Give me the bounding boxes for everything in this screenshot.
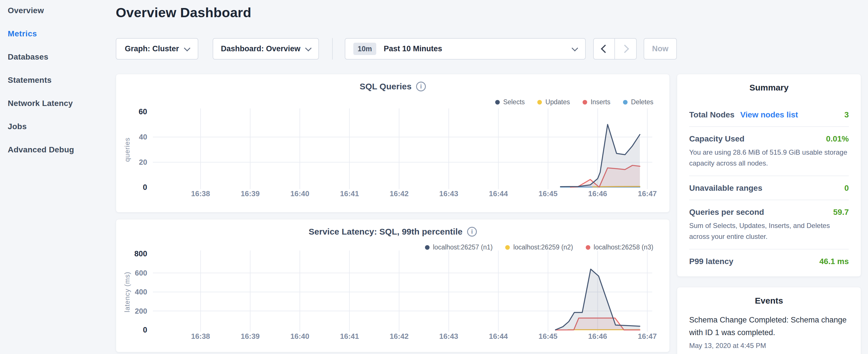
svg-text:16:38: 16:38 [191,190,210,198]
svg-text:16:44: 16:44 [489,332,508,340]
capacity-used-label: Capacity Used [689,134,744,143]
unavailable-ranges-label: Unavailable ranges [689,184,762,193]
summary-section-total-nodes: Total Nodes View nodes list 3 [689,103,849,127]
svg-text:0: 0 [143,183,147,192]
sidebar-item-jobs[interactable]: Jobs [8,122,111,131]
svg-text:16:42: 16:42 [390,332,409,340]
svg-text:40: 40 [139,133,147,141]
time-range-label: Past 10 Minutes [384,44,442,53]
summary-section-unavailable: Unavailable ranges 0 [689,176,849,200]
toolbar: Graph: Cluster Dashboard: Overview 10m P… [116,38,677,60]
dashboard-dropdown[interactable]: Dashboard: Overview [213,38,319,60]
qps-label: Queries per second [689,207,764,217]
svg-text:16:40: 16:40 [290,332,309,340]
service-latency-plot[interactable]: 16:3816:3916:4016:4116:4216:4316:4416:45… [116,219,670,352]
svg-text:16:41: 16:41 [340,332,359,340]
svg-text:60: 60 [139,107,147,116]
svg-text:queries: queries [123,137,131,162]
p99-latency-label: P99 latency [689,257,733,266]
svg-text:0: 0 [143,326,147,334]
time-back-button[interactable] [593,38,615,60]
summary-section-capacity: Capacity Used 0.01% You are using 28.6 M… [689,127,849,176]
page-title: Overview Dashboard [116,5,251,20]
sql-queries-plot[interactable]: 16:3816:3916:4016:4116:4216:4316:4416:45… [116,74,670,212]
toolbar-divider [332,38,333,60]
sidebar-item-advanced-debug[interactable]: Advanced Debug [8,145,111,155]
svg-text:16:43: 16:43 [439,190,458,198]
svg-text:16:40: 16:40 [290,190,309,198]
svg-text:16:43: 16:43 [439,332,458,340]
chevron-down-icon [572,45,578,51]
events-title: Events [677,296,861,305]
view-nodes-list-link[interactable]: View nodes list [740,110,798,120]
svg-text:16:46: 16:46 [588,190,607,198]
events-panel: Events Schema Change Completed: Schema c… [677,287,861,354]
sidebar-item-statements[interactable]: Statements [8,75,111,85]
summary-body: Total Nodes View nodes list 3 Capacity U… [677,103,861,273]
total-nodes-label: Total Nodes [689,110,735,120]
time-range-badge: 10m [353,43,376,55]
svg-text:20: 20 [139,158,147,166]
svg-text:16:44: 16:44 [489,190,508,198]
event-timestamp: May 13, 2020 at 4:45 PM [689,342,849,350]
svg-text:16:47: 16:47 [638,332,657,340]
sidebar-nav: Overview Metrics Databases Statements Ne… [8,6,111,168]
svg-text:600: 600 [135,269,147,277]
time-range-dropdown[interactable]: 10m Past 10 Minutes [345,38,586,60]
now-button[interactable]: Now [644,38,677,60]
chevron-down-icon [184,45,190,51]
dashboard-dropdown-label: Dashboard: Overview [221,44,301,53]
chevron-left-icon [601,45,609,53]
summary-section-p99: P99 latency 46.1 ms [689,250,849,273]
graph-dropdown-label: Graph: Cluster [125,44,179,53]
events-body: Schema Change Completed: Schema change w… [677,314,861,350]
svg-text:16:42: 16:42 [390,190,409,198]
svg-text:16:39: 16:39 [241,190,260,198]
sidebar-item-metrics[interactable]: Metrics [8,29,111,39]
svg-text:16:38: 16:38 [191,332,210,340]
sql-queries-card: SQL Queries i SelectsUpdatesInsertsDelet… [116,74,670,213]
capacity-used-value: 0.01% [826,134,849,143]
total-nodes-value: 3 [844,110,849,120]
svg-text:16:39: 16:39 [241,332,260,340]
qps-description: Sum of Selects, Updates, Inserts, and De… [689,220,849,242]
svg-text:16:41: 16:41 [340,190,359,198]
unavailable-ranges-value: 0 [844,184,849,193]
svg-text:16:47: 16:47 [638,190,657,198]
capacity-used-description: You are using 28.6 MiB of 515.9 GiB usab… [689,147,849,169]
svg-text:latency (ms): latency (ms) [123,271,131,312]
summary-panel: Summary Total Nodes View nodes list 3 Ca… [677,74,861,277]
db-console-page: Overview Metrics Databases Statements Ne… [0,0,868,354]
time-pager [593,38,637,60]
svg-text:16:45: 16:45 [538,190,557,198]
svg-text:800: 800 [134,250,147,258]
time-forward-button[interactable] [615,38,637,60]
sidebar-item-databases[interactable]: Databases [8,52,111,62]
chevron-right-icon [620,45,629,53]
svg-text:400: 400 [135,288,147,296]
sidebar-item-overview[interactable]: Overview [8,6,111,15]
summary-title: Summary [677,83,861,93]
sidebar-item-network-latency[interactable]: Network Latency [8,99,111,108]
qps-value: 59.7 [833,207,849,217]
service-latency-card: Service Latency: SQL, 99th percentile i … [116,219,670,352]
event-message: Schema Change Completed: Schema change w… [689,314,849,339]
p99-latency-value: 46.1 ms [819,257,849,266]
svg-text:16:46: 16:46 [588,332,607,340]
svg-text:16:45: 16:45 [538,332,557,340]
graph-dropdown[interactable]: Graph: Cluster [116,38,198,60]
svg-text:200: 200 [135,307,147,315]
chevron-down-icon [305,45,312,51]
summary-section-qps: Queries per second 59.7 Sum of Selects, … [689,200,849,250]
